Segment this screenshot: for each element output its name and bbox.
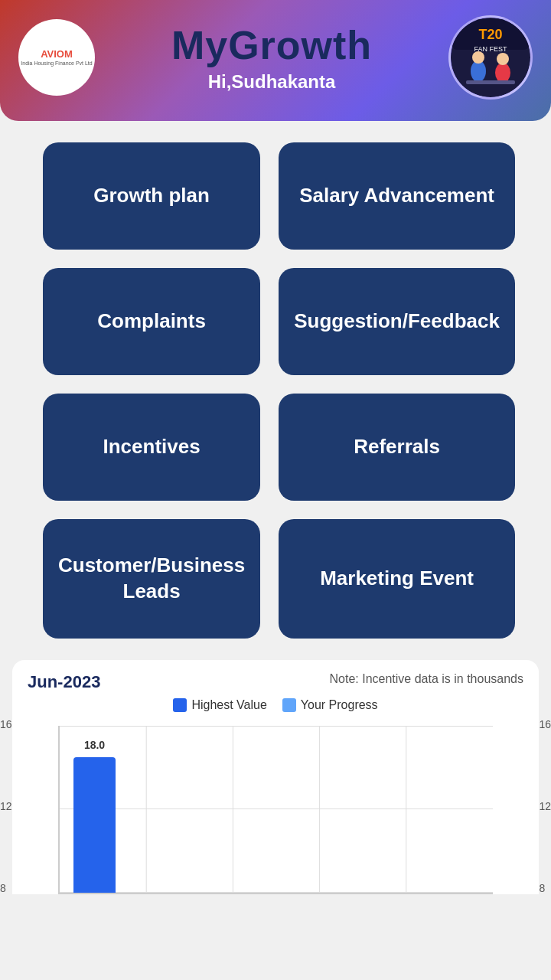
header-center: MyGrowth Hi,Sudhakanta <box>95 22 448 93</box>
y-label-right-16: 16 <box>539 718 551 730</box>
legend-dot-progress <box>282 698 296 712</box>
app-title: MyGrowth <box>95 22 448 68</box>
greeting: Hi,Sudhakanta <box>95 71 448 93</box>
chart-header: Jun-2023 Note: Incentive data is in thou… <box>28 672 523 692</box>
avatar-image: T20 FAN FEST <box>451 18 530 97</box>
legend-item-highest: Highest Value <box>173 698 266 712</box>
chart-section: Jun-2023 Note: Incentive data is in thou… <box>12 660 539 894</box>
svg-text:T20: T20 <box>478 27 502 42</box>
y-label-right-8: 8 <box>539 882 551 894</box>
legend-label-progress: Your Progress <box>301 698 378 712</box>
y-axis-right: 16 12 8 <box>539 718 551 894</box>
y-label-8: 8 <box>0 882 12 894</box>
grid-line-top <box>60 726 493 727</box>
y-label-12: 12 <box>0 800 12 812</box>
y-label-right-12: 12 <box>539 800 551 812</box>
menu-card-referrals[interactable]: Referrals <box>279 394 515 501</box>
chart-legend: Highest Value Your Progress <box>28 698 523 712</box>
chart-date: Jun-2023 <box>28 672 100 692</box>
chart-note: Note: Incentive data is in thousands <box>330 672 524 686</box>
svg-point-4 <box>471 60 486 82</box>
bar-value-label: 18.0 <box>84 739 105 751</box>
logo: AVIOM India Housing Finance Pvt Ltd <box>18 19 95 96</box>
grid-line-mid <box>60 808 493 809</box>
legend-label-highest: Highest Value <box>191 698 266 712</box>
svg-rect-8 <box>466 80 515 84</box>
menu-card-suggestion-feedback[interactable]: Suggestion/Feedback <box>279 268 515 375</box>
bar-container: 18.0 <box>67 733 122 893</box>
y-label-16: 16 <box>0 718 12 730</box>
svg-point-7 <box>497 53 509 65</box>
chart-outer: 16 12 8 16 12 8 <box>28 718 523 894</box>
chart-grid <box>60 726 493 893</box>
logo-sub: India Housing Finance Pvt Ltd <box>21 60 92 66</box>
avatar: T20 FAN FEST <box>448 15 533 100</box>
logo-text: AVIOM <box>21 49 92 60</box>
svg-point-5 <box>472 51 484 64</box>
menu-card-growth-plan[interactable]: Growth plan <box>43 142 260 250</box>
legend-dot-highest <box>173 698 187 712</box>
grid-line-bottom <box>60 892 493 893</box>
menu-card-complaints[interactable]: Complaints <box>43 268 260 375</box>
bar-highest-value: 18.0 <box>73 757 116 893</box>
menu-grid: Growth plan Salary Advancement Complaint… <box>0 121 551 660</box>
svg-point-6 <box>495 63 510 83</box>
menu-card-incentives[interactable]: Incentives <box>43 394 260 501</box>
header: AVIOM India Housing Finance Pvt Ltd MyGr… <box>0 0 551 121</box>
menu-card-customer-business-leads[interactable]: Customer/Business Leads <box>43 519 260 639</box>
chart-area: 18.0 <box>58 726 493 894</box>
menu-card-marketing-event[interactable]: Marketing Event <box>279 519 515 639</box>
legend-item-progress: Your Progress <box>282 698 378 712</box>
menu-card-salary-advancement[interactable]: Salary Advancement <box>279 142 515 250</box>
y-axis-left: 16 12 8 <box>0 718 12 894</box>
